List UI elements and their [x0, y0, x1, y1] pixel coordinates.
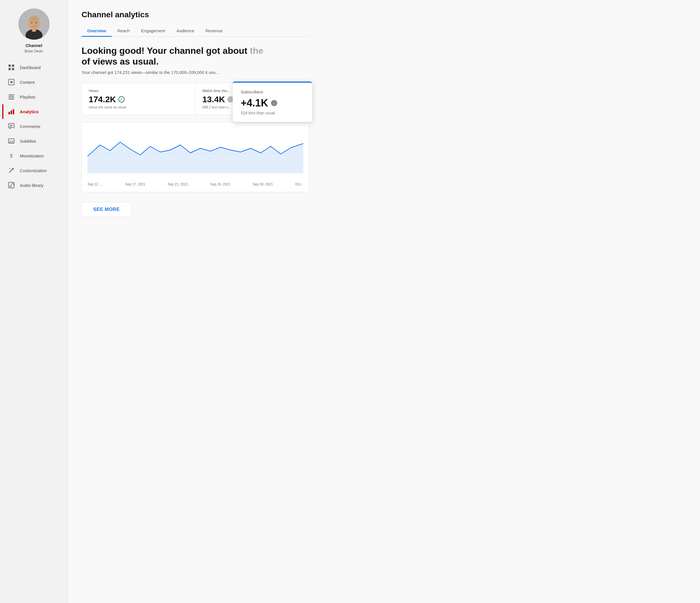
sidebar-item-subtitles[interactable]: Subtitles [2, 134, 66, 148]
headline-text-1: Looking good! Your channel got about [81, 46, 247, 56]
sidebar-item-comments[interactable]: Comments [2, 119, 66, 134]
chart-date-4: Sep 26, 2021 [210, 182, 230, 186]
banner-headline: Looking good! Your channel got about the… [81, 45, 309, 67]
see-more-button[interactable]: SEE MORE [81, 202, 131, 217]
bar-chart-icon [8, 108, 15, 115]
svg-marker-12 [10, 81, 13, 83]
wand-icon [8, 167, 15, 174]
sidebar-item-customization[interactable]: Customization [2, 163, 66, 178]
play-icon [8, 79, 15, 85]
avatar-container: Channel Brian Dean [18, 8, 50, 53]
sidebar-item-dashboard[interactable]: Dashboard [2, 60, 66, 75]
chart-date-6: Oct... [295, 182, 303, 186]
subscribers-value: +4.1K [241, 97, 268, 109]
chart-x-labels: Sep 12, ... Sep 17, 2021 Sep 21, 2021 Se… [88, 180, 303, 186]
sidebar-item-monetization[interactable]: $ Monetization [2, 148, 66, 163]
stat-label-views: Views [89, 89, 189, 93]
sidebar-item-label: Content [20, 80, 35, 85]
avatar [18, 8, 50, 40]
views-check-indicator: ✓ [118, 96, 125, 102]
svg-rect-14 [8, 97, 14, 97]
sidebar-item-audio-library[interactable]: Audio library [2, 178, 66, 193]
sidebar-item-label: Comments [20, 124, 41, 129]
stat-value-row-views: 174.2K ✓ [89, 95, 189, 104]
subscribers-value-row: +4.1K ↓ [241, 97, 304, 109]
check-circle-icon: ✓ [118, 96, 125, 102]
svg-rect-18 [13, 109, 14, 115]
tab-engagement[interactable]: Engagement [135, 25, 171, 36]
headline-highlight: the [247, 46, 264, 56]
subscribers-popup: Subscribers +4.1K ↓ 518 less than usual [233, 81, 312, 122]
subscribers-label: Subscribers [241, 90, 304, 94]
svg-rect-8 [12, 65, 14, 67]
svg-rect-10 [12, 68, 14, 70]
nav-menu: Dashboard Content Playlists [0, 60, 68, 193]
svg-point-36 [9, 185, 11, 187]
tab-revenue[interactable]: Revenue [200, 25, 228, 36]
stat-card-views: Views 174.2K ✓ About the same as usual [82, 83, 196, 115]
down-arrow-icon: ↓ [271, 100, 277, 106]
svg-rect-7 [8, 65, 11, 67]
svg-point-31 [13, 168, 14, 169]
subscribers-down-indicator: ↓ [271, 100, 277, 106]
svg-line-28 [9, 170, 12, 172]
svg-rect-19 [8, 123, 14, 128]
chart-date-2: Sep 17, 2021 [125, 182, 145, 186]
stat-value-views: 174.2K [89, 95, 116, 104]
stats-section: Views 174.2K ✓ About the same as usual W… [81, 83, 309, 115]
music-icon [8, 182, 15, 189]
comment-icon [8, 123, 15, 130]
analytics-tabs: Overview Reach Engagement Audience Reven… [81, 25, 309, 37]
list-icon [8, 94, 15, 100]
tab-audience[interactable]: Audience [171, 25, 200, 36]
sidebar-item-label: Analytics [20, 109, 39, 114]
sidebar-item-label: Dashboard [20, 65, 41, 70]
channel-name: Brian Dean [25, 49, 43, 53]
banner-subtext: Your channel got 174,231 views—similar t… [81, 70, 309, 75]
chart-date-1: Sep 12, ... [88, 182, 103, 186]
svg-point-4 [31, 22, 32, 24]
line-chart [88, 128, 303, 179]
chart-container: Sep 12, ... Sep 17, 2021 Sep 21, 2021 Se… [81, 122, 309, 192]
svg-point-6 [29, 16, 39, 21]
svg-point-5 [35, 22, 37, 24]
headline-text-2: of views as usual. [81, 56, 158, 67]
subtitles-icon [8, 137, 15, 144]
dollar-icon: $ [8, 152, 15, 159]
sidebar-item-label: Customization [20, 168, 47, 173]
tab-reach[interactable]: Reach [112, 25, 135, 36]
sidebar-item-analytics[interactable]: Analytics [2, 104, 66, 119]
subscribers-note: 518 less than usual [241, 111, 304, 115]
main-content: Channel analytics Overview Reach Engagem… [68, 0, 700, 603]
grid-icon [8, 64, 15, 71]
sidebar: Channel Brian Dean Dashboard [0, 0, 68, 603]
sidebar-item-label: Audio library [20, 183, 43, 188]
svg-rect-9 [8, 68, 11, 70]
sidebar-item-label: Playlists [20, 95, 35, 99]
stat-value-watchtime: 13.4K [202, 95, 225, 104]
sidebar-item-content[interactable]: Content [2, 75, 66, 90]
chart-date-3: Sep 21, 2021 [168, 182, 188, 186]
sidebar-item-label: Subtitles [20, 139, 36, 144]
svg-rect-16 [8, 112, 10, 115]
svg-line-38 [11, 183, 13, 184]
svg-rect-13 [8, 95, 14, 95]
tab-overview[interactable]: Overview [81, 25, 112, 36]
svg-rect-15 [8, 99, 14, 99]
performance-banner: Looking good! Your channel got about the… [81, 45, 309, 75]
sidebar-item-label: Monetization [20, 153, 44, 158]
svg-rect-17 [11, 110, 12, 115]
svg-point-32 [12, 169, 13, 170]
sidebar-item-playlists[interactable]: Playlists [2, 90, 66, 104]
chart-date-5: Sep 30, 2021 [253, 182, 273, 186]
page-title: Channel analytics [81, 10, 309, 19]
svg-text:$: $ [10, 153, 13, 158]
channel-label: Channel [25, 43, 42, 48]
stat-note-views: About the same as usual [89, 105, 189, 109]
